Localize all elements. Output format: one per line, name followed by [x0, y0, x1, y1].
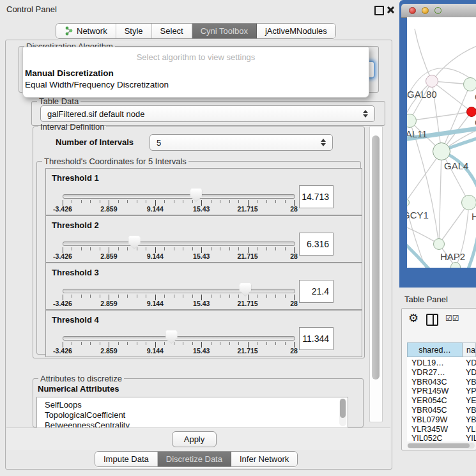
minor-tick	[100, 295, 100, 298]
split-columns-icon[interactable]	[426, 314, 438, 326]
network-node[interactable]	[463, 77, 476, 91]
minor-tick	[137, 295, 137, 298]
panel-scrollbar[interactable]	[369, 126, 383, 422]
teal-edge[interactable]	[407, 241, 431, 268]
tab-select[interactable]: Select	[152, 24, 192, 38]
threshold-value-field[interactable]: 21.4	[299, 280, 334, 303]
list-scrollbar[interactable]	[339, 399, 346, 426]
algorithm-dropdown-popup: Select algorithm to view settings Manual…	[22, 47, 369, 98]
slider-track[interactable]	[63, 336, 295, 341]
scale-label: 15.43	[193, 347, 210, 355]
minor-tick	[275, 200, 276, 203]
minor-tick	[220, 295, 220, 298]
minor-tick	[183, 295, 183, 298]
tab-network[interactable]: Network	[56, 24, 116, 38]
network-canvas[interactable]: GAL80GACGAL11GAL4GCY1HHAP2	[407, 17, 476, 268]
table-row[interactable]: YDL19…YDL1	[407, 358, 476, 368]
popup-item-manual-discretization[interactable]: Manual Discretization	[25, 68, 114, 78]
minor-tick	[238, 342, 239, 345]
slider-track[interactable]	[63, 194, 295, 199]
numerical-attributes-list[interactable]: SelfLoops TopologicalCoefficient Between…	[36, 397, 348, 428]
edge[interactable]	[432, 43, 476, 81]
table-data-combo[interactable]: galFiltered.sif default node	[40, 105, 375, 122]
network-node[interactable]	[433, 238, 445, 250]
network-node[interactable]	[466, 107, 476, 117]
edge[interactable]	[439, 151, 441, 244]
minimize-traffic-light-icon[interactable]	[422, 7, 429, 14]
apply-button[interactable]: Apply	[172, 431, 217, 447]
threshold-value-field[interactable]: 6.316	[299, 233, 334, 256]
cell-shared-name: YBR043C	[411, 378, 447, 387]
slider-scale-labels: -3.4262.8599.14415.4321.71528	[63, 205, 294, 213]
num-intervals-combo[interactable]: 5	[150, 134, 333, 151]
minor-tick	[118, 295, 119, 298]
table-row[interactable]: YER054CYER0	[407, 396, 476, 406]
slider-track[interactable]	[63, 242, 295, 246]
minor-tick	[164, 247, 165, 250]
threshold-value-field[interactable]: 11.344	[299, 327, 334, 350]
table-row[interactable]: YIL052CYIL0	[407, 434, 476, 441]
tab-jactivemnodules[interactable]: jActiveMNodules	[257, 24, 335, 38]
scale-label: 21.715	[238, 300, 258, 307]
minor-tick	[72, 200, 72, 203]
popup-item-equal-width-frequency[interactable]: Equal Width/Frequency Discretization	[25, 80, 169, 89]
tab-label: Style	[125, 26, 143, 36]
network-node[interactable]	[426, 75, 438, 88]
gear-icon[interactable]: ⚙	[408, 311, 418, 325]
column-header-name[interactable]: na	[463, 342, 476, 357]
close-traffic-light-icon[interactable]	[409, 7, 416, 14]
minor-tick	[220, 342, 220, 345]
zoom-traffic-light-icon[interactable]	[434, 7, 441, 14]
column-header-shared-name[interactable]: shared…	[407, 342, 463, 357]
node-label: HAP2	[440, 251, 465, 262]
table-row[interactable]: YPR145WYPR1	[407, 387, 476, 396]
table-row[interactable]: YDR27…YDR2	[407, 368, 476, 378]
tab-style[interactable]: Style	[116, 24, 152, 38]
network-node[interactable]	[461, 195, 476, 210]
minor-tick	[174, 342, 174, 345]
scale-label: -3.426	[53, 252, 72, 260]
table-row[interactable]: YBL079WYBL0	[407, 415, 476, 425]
scale-label: 28	[290, 347, 298, 355]
edge[interactable]	[415, 29, 432, 81]
tab-cyni-toolbox[interactable]: Cyni Toolbox	[192, 24, 257, 38]
minor-tick	[72, 247, 72, 250]
slider-track[interactable]	[63, 289, 295, 293]
minor-tick	[211, 247, 211, 250]
minor-tick	[192, 342, 193, 345]
scale-label: 2.859	[100, 347, 117, 355]
scale-label: 9.144	[147, 300, 164, 307]
list-item[interactable]: TopologicalCoefficient	[45, 410, 125, 420]
threshold-label: Threshold 1	[52, 173, 99, 183]
slider-scale-labels: -3.4262.8599.14415.4321.71528	[63, 347, 294, 355]
network-node[interactable]	[450, 262, 461, 268]
table-row[interactable]: YBR045CYBR0	[407, 406, 476, 415]
minor-tick	[174, 295, 174, 298]
minor-tick	[229, 295, 230, 298]
list-item[interactable]: SelfLoops	[45, 400, 82, 410]
edge[interactable]	[410, 112, 472, 121]
minor-tick	[81, 247, 82, 250]
tab-infer-network[interactable]: Infer Network	[231, 452, 297, 466]
float-window-icon[interactable]	[374, 6, 384, 15]
threshold-value-field[interactable]: 14.713	[299, 185, 334, 208]
scale-label: 28	[290, 205, 298, 213]
minor-tick	[146, 342, 146, 345]
minor-tick	[137, 200, 137, 203]
tab-label: Infer Network	[240, 454, 289, 464]
table-row[interactable]: YLR345WYLR3	[407, 425, 476, 434]
group-legend: Interval Definition	[38, 122, 106, 132]
minor-tick	[137, 247, 137, 250]
network-node[interactable]	[433, 142, 450, 160]
table-row[interactable]: YBR043CYBR0	[407, 378, 476, 387]
tab-impute-data[interactable]: Impute Data	[95, 452, 158, 466]
network-window-titlebar[interactable]	[401, 4, 476, 18]
close-icon[interactable]	[387, 6, 395, 14]
scale-label: 21.715	[238, 347, 258, 355]
checkbox-icons[interactable]: ☑☑	[445, 314, 459, 323]
table-hscrollbar[interactable]	[408, 443, 475, 449]
scale-label: 2.859	[100, 300, 117, 307]
minor-tick	[192, 247, 193, 250]
tab-discretize-data[interactable]: Discretize Data	[158, 452, 231, 466]
cyni-toolbox-panel: Discretization Algorithm Table Data galF…	[5, 40, 392, 470]
